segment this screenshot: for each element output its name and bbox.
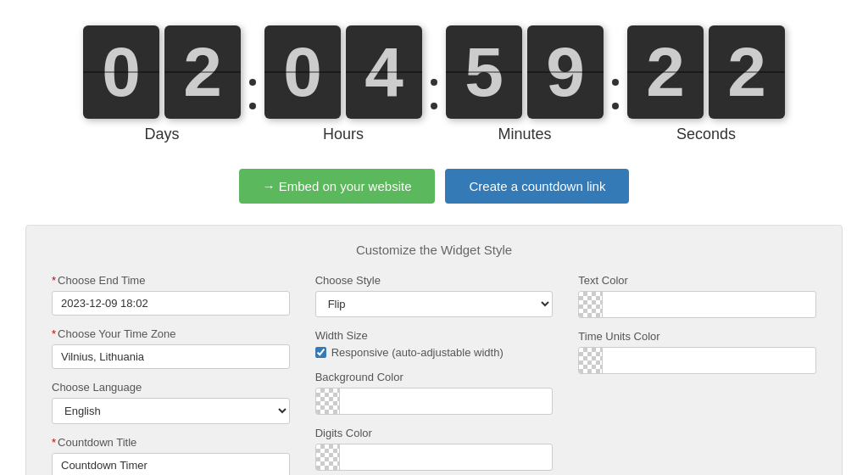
colon-3 bbox=[612, 79, 619, 143]
form-grid: Choose End Time Choose Your Time Zone Ch… bbox=[52, 274, 816, 475]
responsive-checkbox[interactable] bbox=[315, 347, 326, 358]
seconds-digit-1: 2 bbox=[627, 25, 704, 119]
bg-color-field[interactable] bbox=[340, 392, 553, 411]
seconds-digit-2: 2 bbox=[709, 25, 785, 119]
countdown-display: 0 2 Days 0 4 Hours 5 bbox=[0, 0, 868, 152]
end-time-label: Choose End Time bbox=[52, 274, 290, 287]
minutes-digit-2: 9 bbox=[527, 25, 604, 119]
time-units-color-field[interactable] bbox=[603, 351, 815, 371]
hours-digit-1: 0 bbox=[264, 25, 341, 119]
digits-color-field[interactable] bbox=[340, 448, 553, 467]
days-digit-1: 0 bbox=[83, 25, 159, 119]
timezone-input[interactable] bbox=[52, 344, 290, 369]
digits-color-swatch bbox=[316, 444, 340, 470]
colon2-dot-bottom bbox=[431, 103, 437, 109]
countdown-title-input[interactable] bbox=[52, 453, 290, 475]
minutes-digit-1: 5 bbox=[446, 25, 522, 119]
text-color-label: Text Color bbox=[578, 274, 816, 287]
minutes-unit: 5 9 Minutes bbox=[446, 25, 604, 143]
colon3-dot-bottom bbox=[612, 103, 619, 109]
hours-flip-pair: 0 4 bbox=[264, 25, 422, 119]
embed-button[interactable]: → Embed on your website bbox=[239, 169, 436, 204]
style-group: Choose Style Flip Classic Circle Modern bbox=[315, 274, 554, 317]
digits-color-input-wrapper[interactable] bbox=[315, 444, 554, 471]
text-color-swatch bbox=[579, 292, 603, 317]
form-col-2: Choose Style Flip Classic Circle Modern … bbox=[315, 274, 554, 475]
customize-section: Customize the Widget Style Choose End Ti… bbox=[25, 225, 843, 475]
colon-2 bbox=[431, 79, 437, 143]
text-color-group: Text Color bbox=[578, 274, 816, 318]
bg-color-swatch bbox=[316, 388, 340, 414]
time-units-color-input-wrapper[interactable] bbox=[578, 347, 816, 374]
digits-color-group: Digits Color bbox=[315, 427, 554, 471]
style-label: Choose Style bbox=[315, 274, 554, 287]
hours-unit: 0 4 Hours bbox=[264, 25, 422, 143]
language-label: Choose Language bbox=[52, 381, 290, 394]
countdown-title-label: Countdown Title bbox=[52, 436, 290, 449]
create-link-button[interactable]: Create a countdown link bbox=[445, 169, 629, 204]
responsive-row: Responsive (auto-adjustable width) bbox=[315, 346, 554, 359]
days-unit: 0 2 Days bbox=[83, 25, 241, 143]
minutes-flip-pair: 5 9 bbox=[446, 25, 604, 119]
timezone-group: Choose Your Time Zone bbox=[52, 327, 290, 369]
form-col-1: Choose End Time Choose Your Time Zone Ch… bbox=[52, 274, 290, 475]
colon3-dot-top bbox=[612, 79, 619, 86]
end-time-group: Choose End Time bbox=[52, 274, 290, 316]
countdown-title-group: Countdown Title bbox=[52, 436, 290, 475]
minutes-label: Minutes bbox=[498, 126, 551, 143]
timezone-label: Choose Your Time Zone bbox=[52, 327, 290, 340]
seconds-flip-pair: 2 2 bbox=[627, 25, 785, 119]
responsive-label: Responsive (auto-adjustable width) bbox=[331, 346, 504, 359]
end-time-input[interactable] bbox=[52, 291, 290, 316]
days-flip-pair: 0 2 bbox=[83, 25, 241, 119]
action-buttons: → Embed on your website Create a countdo… bbox=[0, 152, 868, 225]
colon-1 bbox=[249, 79, 256, 143]
seconds-label: Seconds bbox=[676, 126, 736, 143]
colon2-dot-top bbox=[431, 79, 437, 86]
bg-color-label: Background Color bbox=[315, 371, 554, 383]
text-color-field[interactable] bbox=[603, 295, 815, 315]
width-group: Width Size Responsive (auto-adjustable w… bbox=[315, 329, 554, 359]
colon-dot-bottom bbox=[249, 103, 256, 109]
width-label: Width Size bbox=[315, 329, 554, 342]
days-digit-2: 2 bbox=[164, 25, 241, 119]
colon-dot-top bbox=[249, 79, 256, 86]
text-color-input-wrapper[interactable] bbox=[578, 291, 816, 318]
hours-digit-2: 4 bbox=[346, 25, 422, 119]
bg-color-group: Background Color bbox=[315, 371, 554, 415]
form-col-3: Text Color Time Units Color bbox=[578, 274, 816, 475]
time-units-color-group: Time Units Color bbox=[578, 330, 816, 374]
language-select[interactable]: English Lithuanian German French Spanish bbox=[52, 398, 290, 424]
time-units-color-swatch bbox=[579, 348, 603, 373]
seconds-unit: 2 2 Seconds bbox=[627, 25, 785, 143]
time-units-color-label: Time Units Color bbox=[578, 330, 816, 343]
digits-color-label: Digits Color bbox=[315, 427, 554, 439]
hours-label: Hours bbox=[323, 126, 364, 143]
days-label: Days bbox=[144, 126, 179, 143]
style-select[interactable]: Flip Classic Circle Modern bbox=[315, 291, 554, 317]
bg-color-input-wrapper[interactable] bbox=[315, 388, 554, 415]
language-group: Choose Language English Lithuanian Germa… bbox=[52, 381, 290, 424]
customize-title: Customize the Widget Style bbox=[52, 243, 816, 257]
